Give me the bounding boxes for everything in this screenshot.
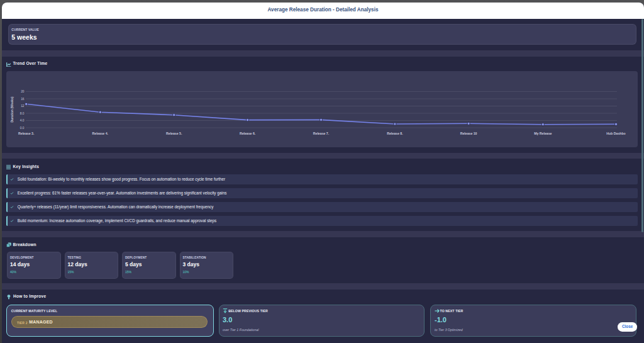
svg-text:12: 12	[21, 104, 25, 108]
svg-text:Release 3.: Release 3.	[18, 132, 35, 135]
svg-text:Release 5.: Release 5.	[166, 132, 182, 135]
svg-text:Release 6.: Release 6.	[240, 132, 256, 135]
svg-text:0.0: 0.0	[20, 127, 25, 130]
svg-text:Release 8.: Release 8.	[387, 132, 403, 135]
svg-text:Duration (Weeks): Duration (Weeks)	[10, 96, 14, 122]
svg-text:Release 4.: Release 4.	[92, 132, 109, 135]
svg-text:4.0: 4.0	[20, 119, 25, 122]
svg-text:16: 16	[21, 98, 25, 101]
svg-text:My Release: My Release	[534, 132, 552, 135]
svg-text:Release 7.: Release 7.	[313, 132, 330, 135]
svg-text:8.0: 8.0	[20, 112, 25, 115]
svg-text:Release 10: Release 10	[460, 132, 477, 135]
svg-text:Hub Dashbo: Hub Dashbo	[606, 132, 626, 135]
svg-text:20: 20	[21, 90, 25, 93]
